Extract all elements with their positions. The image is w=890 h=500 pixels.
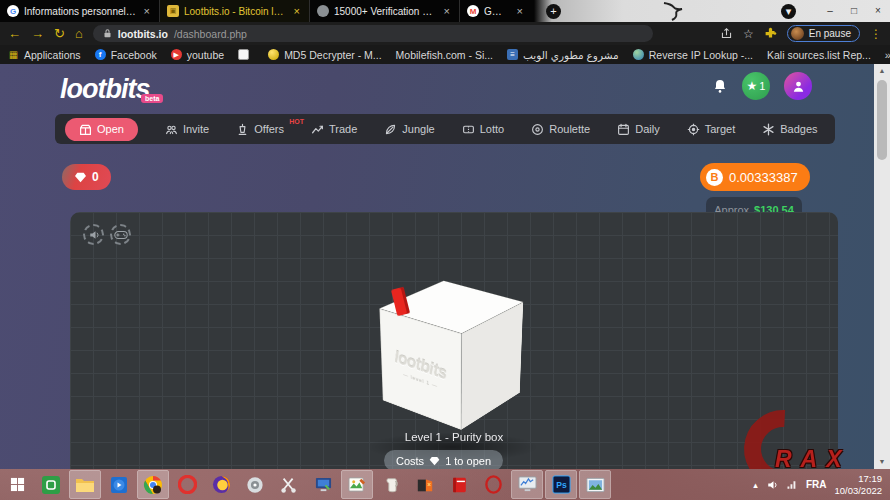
tray-chevron-icon[interactable]: ▴	[753, 480, 758, 490]
profile-chip[interactable]: En pause	[787, 25, 860, 42]
nav-target[interactable]: Target	[687, 123, 736, 136]
tab-close-icon[interactable]: ×	[442, 5, 452, 17]
nav-open[interactable]: Open	[65, 118, 138, 141]
taskbar-opera-gx[interactable]	[478, 471, 508, 498]
scroll-down-icon[interactable]: ▼	[879, 455, 886, 469]
taskbar-jug-app[interactable]	[376, 471, 406, 498]
taskbar-orange-box-app[interactable]	[410, 471, 440, 498]
tab-informations-personnelles[interactable]: G Informations personnelles ×	[0, 0, 160, 22]
tray-date: 10/03/2022	[834, 485, 882, 497]
animation-toggle-button[interactable]	[110, 224, 131, 245]
tray-network-icon[interactable]	[786, 479, 798, 491]
back-button[interactable]: ←	[8, 27, 21, 40]
taskbar-firefox[interactable]	[206, 471, 236, 498]
nav-roulette[interactable]: Roulette	[531, 123, 590, 136]
bookmark-mobilefish[interactable]: Mobilefish.com - Si...	[396, 49, 493, 61]
diamond-balance-pill[interactable]: 0	[62, 164, 111, 190]
tab-search-button[interactable]: ▾	[781, 4, 796, 19]
header-icons: ★ 1	[712, 72, 812, 100]
taskbar-image-editor[interactable]	[342, 471, 372, 498]
nav-lotto[interactable]: Lotto	[462, 123, 504, 136]
bookmark-label: مشروع مطوري الويب	[523, 49, 619, 61]
window-minimize-button[interactable]: –	[818, 0, 842, 22]
window-controls: – □ ×	[818, 0, 890, 22]
start-button[interactable]	[2, 471, 32, 498]
tab-close-icon[interactable]: ×	[292, 5, 302, 17]
bookmark-web-dev-project[interactable]: ≡ مشروع مطوري الويب	[507, 49, 619, 61]
nav-jungle[interactable]: Jungle	[384, 123, 434, 136]
bookmark-document[interactable]	[238, 49, 254, 60]
taskbar-opera[interactable]	[172, 471, 202, 498]
file-explorer-icon	[75, 477, 95, 493]
taskbar-photoshop[interactable]: Ps	[546, 471, 576, 498]
nav-trade[interactable]: Trade	[311, 123, 357, 136]
extensions-puzzle-icon[interactable]	[764, 27, 777, 40]
btc-balance-pill[interactable]: B 0.00333387	[700, 163, 810, 191]
bookmarks-overflow-icon[interactable]: »	[885, 49, 890, 61]
open-cost-pill[interactable]: Costs 1 to open	[384, 450, 503, 471]
bookmark-star-icon[interactable]: ☆	[743, 27, 754, 41]
taskbar-disc-app[interactable]	[240, 471, 270, 498]
scroll-up-icon[interactable]: ▲	[879, 64, 886, 78]
tab-lootbits[interactable]: ▣ Lootbits.io - Bitcoin loot boxes! ×	[160, 0, 310, 22]
tab-gmail[interactable]: M Gmail ×	[460, 0, 532, 22]
tab-close-icon[interactable]: ×	[142, 5, 152, 17]
taskbar-file-explorer[interactable]	[70, 471, 100, 498]
bookmark-youtube[interactable]: ▶ youtube	[171, 49, 224, 61]
scrollbar-thumb[interactable]	[877, 80, 887, 160]
new-tab-button[interactable]: +	[546, 4, 561, 19]
tab-verification-documents[interactable]: 15000+ Verification Documents ×	[310, 0, 460, 22]
taskbar-utility-app[interactable]	[274, 471, 304, 498]
tray-language[interactable]: FRA	[806, 479, 827, 490]
bookmark-md5-decrypter[interactable]: MD5 Decrypter - M...	[268, 49, 381, 61]
taskbar-pc-settings[interactable]	[308, 471, 338, 498]
scissors-utility-icon	[280, 476, 298, 494]
bookmark-label: Facebook	[111, 49, 157, 61]
daily-calendar-icon	[617, 123, 630, 136]
box-caption: Level 1 - Purity box	[70, 431, 838, 443]
sound-toggle-button[interactable]	[83, 224, 104, 245]
bookmark-applications[interactable]: ▦ Applications	[8, 49, 81, 61]
hot-tag: HOT	[289, 118, 304, 125]
loot-cube[interactable]: lootbits — level 1 —	[413, 294, 494, 411]
bookmark-kali-sources[interactable]: Kali sources.list Rep...	[767, 49, 871, 61]
theme-art-figure	[656, 1, 696, 21]
level-badge[interactable]: ★ 1	[742, 72, 770, 100]
taskbar-image-viewer[interactable]	[580, 471, 610, 498]
firefox-icon	[212, 475, 231, 494]
window-close-button[interactable]: ×	[866, 0, 890, 22]
site-logo[interactable]: lootbits beta	[60, 74, 149, 105]
window-maximize-button[interactable]: □	[842, 0, 866, 22]
taskbar-movies-tv[interactable]	[104, 471, 134, 498]
nav-invite[interactable]: Invite	[165, 123, 209, 136]
taskbar-system-monitor[interactable]	[512, 471, 542, 498]
lootbits-favicon-icon: ▣	[167, 5, 179, 17]
diamond-count: 0	[92, 170, 99, 184]
home-button[interactable]: ⌂	[75, 27, 83, 40]
forward-button[interactable]: →	[31, 27, 44, 40]
page-scrollbar[interactable]: ▲ ▼	[874, 64, 890, 469]
tray-volume-icon[interactable]	[766, 479, 778, 491]
taskbar-chrome[interactable]	[138, 471, 168, 498]
reload-button[interactable]: ↻	[54, 27, 65, 40]
taskbar-red-book-app[interactable]	[444, 471, 474, 498]
nav-daily[interactable]: Daily	[617, 123, 659, 136]
notifications-bell-icon[interactable]	[712, 78, 728, 94]
tab-close-icon[interactable]: ×	[515, 5, 525, 17]
nav-offers[interactable]: Offers HOT	[236, 123, 284, 136]
tray-time: 17:19	[834, 473, 882, 485]
tab-title: Lootbits.io - Bitcoin loot boxes!	[184, 6, 287, 17]
browser-menu-icon[interactable]: ⋮	[870, 27, 882, 41]
share-icon[interactable]	[720, 27, 733, 40]
address-bar[interactable]: lootbits.io/dashboard.php	[93, 25, 653, 42]
screen: G Informations personnelles × ▣ Lootbits…	[0, 0, 890, 500]
user-avatar[interactable]	[784, 72, 812, 100]
nav-badges[interactable]: Badges	[762, 123, 817, 136]
bookmark-reverse-ip-lookup[interactable]: Reverse IP Lookup -...	[633, 49, 753, 61]
chrome-icon	[143, 475, 163, 495]
bookmark-facebook[interactable]: f Facebook	[95, 49, 157, 61]
yellow-ball-icon	[268, 49, 279, 60]
globe-favicon-icon	[317, 5, 329, 17]
tray-clock[interactable]: 17:19 10/03/2022	[834, 473, 882, 497]
taskbar-green-app[interactable]	[36, 471, 66, 498]
